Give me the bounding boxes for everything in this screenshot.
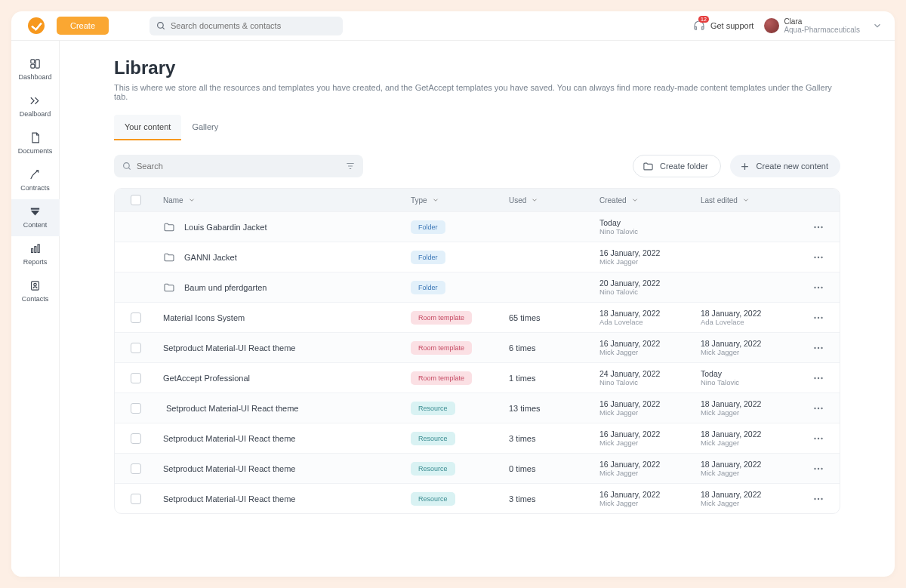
row-actions[interactable]: [802, 371, 835, 385]
table-row[interactable]: Baum und pferdgartenFolder20 January, 20…: [115, 272, 840, 302]
row-checkbox[interactable]: [131, 433, 141, 444]
table-row[interactable]: GANNI JacketFolder16 January, 2022Mick J…: [115, 242, 840, 272]
table-row[interactable]: Setproduct Material-UI React themeRoom t…: [115, 332, 840, 362]
row-created-by: Mick Jagger: [599, 348, 701, 356]
row-used: 3 times: [509, 494, 599, 503]
row-actions[interactable]: [802, 492, 835, 506]
svg-point-33: [818, 377, 819, 378]
sidebar-item-dealboard[interactable]: Dealboard: [11, 88, 60, 125]
row-checkbox[interactable]: [131, 494, 141, 504]
row-checkbox[interactable]: [131, 373, 141, 383]
row-actions[interactable]: [802, 281, 835, 294]
row-actions[interactable]: [802, 220, 835, 234]
row-checkbox[interactable]: [131, 463, 141, 474]
row-actions[interactable]: [802, 341, 835, 355]
table-row[interactable]: Setproduct Material-UI React themeResour…: [115, 453, 840, 483]
get-support-button[interactable]: 12 Get support: [692, 19, 753, 32]
row-created-date: 16 January, 2022: [599, 339, 701, 349]
table-row[interactable]: GetAccept ProfessionalRoom template1 tim…: [115, 362, 840, 393]
dealboard-icon: [29, 94, 42, 107]
table-row[interactable]: Setproduct Material-UI React themeResour…: [115, 393, 840, 423]
row-actions[interactable]: [802, 311, 835, 325]
col-created[interactable]: Created: [599, 196, 701, 205]
topbar: Create 12 Get support Clara Aqua-Pharmac…: [11, 11, 895, 41]
more-icon: [812, 432, 825, 445]
sidebar-item-documents[interactable]: Documents: [11, 125, 60, 162]
svg-point-30: [818, 346, 819, 348]
col-type[interactable]: Type: [411, 196, 509, 205]
row-used: 1 times: [509, 374, 599, 383]
svg-point-21: [818, 256, 819, 257]
content-search[interactable]: [114, 155, 363, 177]
user-menu[interactable]: Clara Aqua-Pharmaceuticals: [764, 17, 883, 34]
tab-your-content[interactable]: Your content: [114, 115, 181, 140]
table-row[interactable]: Louis Gabardin JacketFolderTodayNino Tal…: [115, 211, 840, 242]
type-badge: Room template: [411, 371, 472, 385]
global-search[interactable]: [149, 17, 343, 35]
row-edited-date: 18 January, 2022: [701, 429, 802, 439]
documents-icon: [29, 131, 42, 144]
table-row[interactable]: Setproduct Material-UI React themeResour…: [115, 483, 840, 513]
svg-rect-2: [31, 60, 35, 63]
row-edited-by: Mick Jagger: [701, 439, 802, 447]
sidebar-item-content[interactable]: Content: [11, 199, 60, 236]
user-org: Aqua-Pharmaceuticals: [784, 26, 860, 34]
svg-rect-6: [35, 247, 36, 253]
row-created-date: 16 January, 2022: [599, 248, 701, 258]
more-icon: [812, 251, 825, 264]
svg-point-27: [818, 316, 819, 318]
sidebar-item-dashboard[interactable]: Dashboard: [11, 51, 60, 88]
svg-rect-3: [35, 60, 39, 68]
sidebar-item-reports[interactable]: Reports: [11, 236, 60, 273]
col-name[interactable]: Name: [153, 196, 411, 205]
row-actions[interactable]: [802, 462, 835, 476]
user-name: Clara: [784, 17, 860, 26]
more-icon: [812, 220, 825, 234]
create-content-button[interactable]: Create new content: [730, 155, 840, 177]
app-window: Create 12 Get support Clara Aqua-Pharmac…: [11, 11, 895, 577]
col-edited[interactable]: Last edited: [701, 196, 802, 205]
svg-line-1: [162, 27, 164, 29]
search-icon: [122, 161, 132, 171]
type-badge: Room template: [411, 341, 472, 355]
sidebar-item-label: Reports: [23, 258, 48, 266]
create-folder-button[interactable]: Create folder: [633, 155, 721, 177]
svg-point-36: [818, 407, 819, 408]
sidebar-item-contacts[interactable]: Contacts: [11, 273, 60, 310]
row-name: Setproduct Material-UI React theme: [163, 494, 295, 503]
type-badge: Room template: [411, 311, 472, 325]
svg-point-29: [814, 346, 815, 348]
sidebar-item-contracts[interactable]: Contracts: [11, 162, 60, 199]
sidebar-item-label: Dealboard: [20, 110, 51, 118]
more-icon: [812, 371, 825, 385]
svg-point-26: [814, 316, 815, 318]
table-row[interactable]: Setproduct Material-UI React themeResour…: [115, 423, 840, 453]
filter-icon[interactable]: [345, 161, 356, 171]
row-actions[interactable]: [802, 402, 835, 415]
tab-gallery[interactable]: Gallery: [181, 115, 229, 140]
svg-point-17: [814, 226, 815, 227]
row-checkbox[interactable]: [131, 312, 141, 323]
table-row[interactable]: Material Icons SystemRoom template65 tim…: [115, 302, 840, 332]
select-all-checkbox[interactable]: [131, 195, 141, 205]
type-badge: Resource: [411, 462, 455, 476]
table-header: Name Type Used Created Last edited: [115, 189, 840, 211]
row-actions[interactable]: [802, 251, 835, 264]
col-used[interactable]: Used: [509, 196, 599, 205]
create-button[interactable]: Create: [57, 17, 109, 35]
contracts-icon: [29, 168, 42, 181]
chevron-down-icon: [742, 196, 750, 204]
dashboard-icon: [29, 57, 42, 70]
content-search-input[interactable]: [137, 162, 345, 171]
svg-rect-4: [31, 64, 35, 68]
row-actions[interactable]: [802, 432, 835, 445]
content-toolbar: Create folder Create new content: [114, 155, 840, 177]
row-checkbox[interactable]: [131, 343, 141, 353]
type-badge: Folder: [411, 281, 445, 294]
global-search-input[interactable]: [171, 21, 337, 30]
support-badge: 12: [698, 16, 709, 23]
row-created-date: 16 January, 2022: [599, 399, 701, 409]
tabs: Your content Gallery: [114, 115, 840, 141]
row-checkbox[interactable]: [131, 403, 141, 414]
svg-point-34: [821, 377, 822, 378]
